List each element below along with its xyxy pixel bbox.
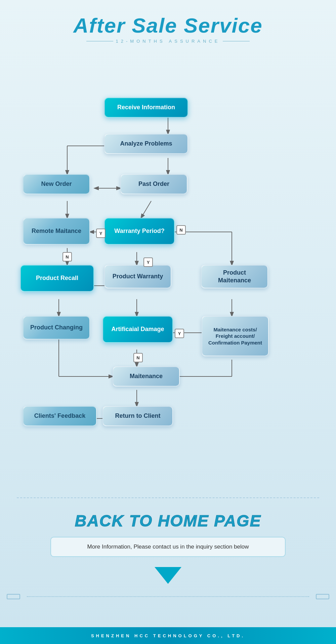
product-changing-box: Product Changing	[23, 316, 90, 339]
artificial-damage-box: Artificaial Damage	[102, 316, 173, 343]
dotted-divider	[17, 497, 319, 498]
new-order-box: New Order	[23, 174, 90, 194]
header-subtitle: 12-MONTHS ASSURANCE	[0, 39, 336, 44]
analyze-problems-box: Analyze Problems	[104, 134, 188, 154]
down-arrow-icon	[155, 567, 181, 584]
past-order-box: Past Order	[120, 174, 187, 194]
footer-dots-line-left	[27, 596, 309, 597]
clients-feedback-box: Clients' Feedback	[23, 406, 97, 426]
svg-line-7	[141, 201, 151, 218]
header: After Sale Service 12-MONTHS ASSURANCE	[0, 0, 336, 50]
maitenance-box: Maitenance	[113, 366, 180, 387]
back-home-box: More Information, Please contact us in t…	[50, 537, 286, 557]
product-maitenance-box: Product Maitenance	[201, 265, 268, 288]
footer-rect-left	[7, 594, 20, 599]
warranty-period-box: Warranty Period?	[104, 218, 175, 245]
product-recall-box: Product Recall	[20, 265, 94, 292]
footer-rect-right	[316, 594, 329, 599]
y-badge-warranty-left: Y	[96, 229, 106, 238]
maitenance-costs-box: Maitenance costs/ Freight account/ Confi…	[202, 316, 269, 356]
n-badge-artificial-bottom: N	[133, 353, 143, 362]
return-to-client-box: Return to Client	[102, 406, 173, 426]
n-badge-warranty-right: N	[176, 225, 186, 235]
y-badge-artificial: Y	[175, 329, 184, 338]
n-badge-remote: N	[62, 252, 72, 261]
receive-information-box: Receive Information	[104, 97, 188, 118]
footer-bar: SHENZHEN HCC TECHNOLOGY CO., LTD.	[0, 627, 336, 644]
header-title: After Sale Service	[0, 13, 336, 37]
info-text: More Information, Please contact us in t…	[87, 544, 249, 550]
flowchart: Receive Information Analyze Problems New…	[0, 50, 336, 487]
back-home-title: BACK TO HOME PAGE	[75, 512, 261, 530]
y-badge-warranty-bottom: Y	[143, 257, 153, 267]
footer-dots-area	[0, 594, 336, 599]
product-warranty-box: Product Warranty	[104, 265, 171, 288]
bottom-section: BACK TO HOME PAGE More Information, Plea…	[0, 487, 336, 594]
remote-maitance-box: Remote Maitance	[23, 218, 90, 245]
footer-text: SHENZHEN HCC TECHNOLOGY CO., LTD.	[91, 633, 245, 638]
